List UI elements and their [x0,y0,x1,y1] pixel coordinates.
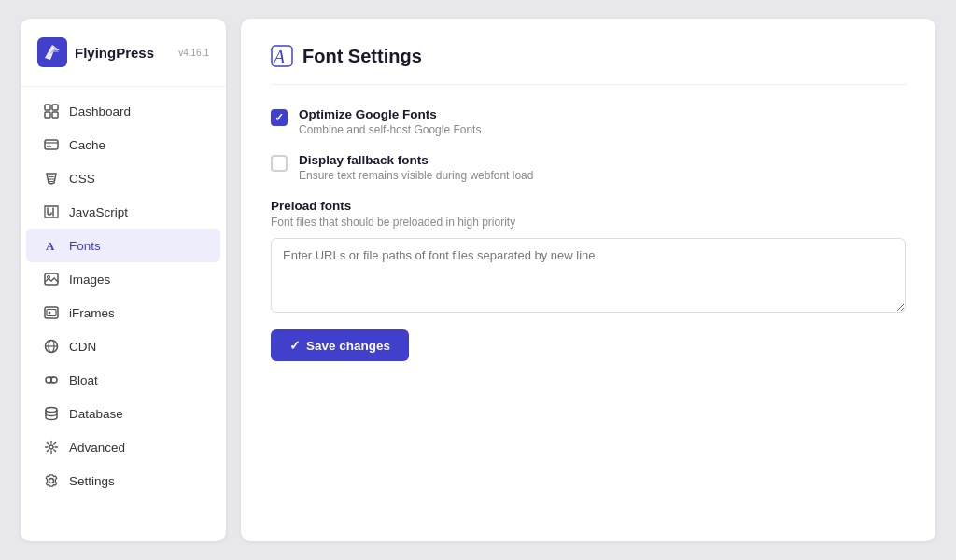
sidebar-item-dashboard[interactable]: Dashboard [26,94,220,128]
preload-fonts-label: Preload fonts [271,199,906,213]
page-title: Font Settings [302,46,422,67]
sidebar-item-iframes[interactable]: iFrames [26,296,220,329]
main-content: A Font Settings Optimize Google Fonts Co… [241,19,935,541]
advanced-icon [43,439,60,455]
bloat-icon [43,371,60,388]
option-text-display-fallback-fonts: Display fallback fonts Ensure text remai… [299,153,533,182]
cdn-icon [43,338,60,355]
svg-rect-13 [47,310,56,316]
checkbox-display-fallback-fonts[interactable] [271,155,288,172]
sidebar-item-label-iframes: iFrames [69,306,115,320]
sidebar-item-label-database: Database [69,407,123,421]
sidebar-item-label-settings: Settings [69,474,115,488]
sidebar: FlyingPress v4.16.1 Dashboard Cache CSS [21,19,226,541]
sidebar-item-images[interactable]: Images [26,262,220,296]
logo-text: FlyingPress [75,45,154,61]
javascript-icon [43,203,60,220]
sidebar-item-label-advanced: Advanced [69,441,125,455]
display-fallback-fonts-desc: Ensure text remains visible during webfo… [299,169,533,182]
sidebar-item-label-images: Images [69,273,110,287]
svg-point-19 [46,377,51,383]
display-fallback-fonts-label: Display fallback fonts [299,153,533,167]
checkbox-optimize-google-fonts-box[interactable] [271,109,288,126]
sidebar-item-label-dashboard: Dashboard [69,105,131,119]
font-settings-icon: A [271,45,293,67]
database-icon [43,405,60,422]
settings-icon [43,472,60,489]
svg-point-7 [47,146,49,147]
sidebar-item-javascript[interactable]: JavaScript [26,195,220,229]
sidebar-item-cache[interactable]: Cache [26,128,220,161]
svg-text:A: A [272,47,286,67]
css-icon [43,170,60,187]
optimize-google-fonts-label: Optimize Google Fonts [299,107,481,121]
flyingpress-logo-icon [37,37,67,67]
sidebar-item-label-bloat: Bloat [69,373,98,387]
checkbox-optimize-google-fonts[interactable] [271,109,288,126]
svg-text:A: A [46,239,55,253]
cache-icon [43,136,60,153]
sidebar-item-advanced[interactable]: Advanced [26,430,220,464]
svg-rect-5 [45,140,58,149]
option-optimize-google-fonts: Optimize Google Fonts Combine and self-h… [271,107,906,136]
sidebar-item-label-css: CSS [69,172,95,186]
sidebar-item-bloat[interactable]: Bloat [26,363,220,397]
images-icon [43,271,60,287]
preload-fonts-textarea[interactable] [271,238,906,313]
svg-rect-4 [52,112,58,118]
svg-rect-2 [52,105,58,110]
svg-point-23 [46,408,57,413]
sidebar-logo: FlyingPress v4.16.1 [21,37,226,87]
sidebar-item-label-javascript: JavaScript [69,205,128,219]
svg-point-20 [51,377,57,383]
fonts-icon: A [43,237,60,254]
preload-fonts-desc: Font files that should be preloaded in h… [271,216,906,229]
svg-point-25 [49,479,54,483]
app-container: FlyingPress v4.16.1 Dashboard Cache CSS [21,19,935,541]
sidebar-item-settings[interactable]: Settings [26,464,220,497]
preload-fonts-section: Preload fonts Font files that should be … [271,199,906,316]
save-changes-label: Save changes [306,339,390,353]
option-text-optimize-google-fonts: Optimize Google Fonts Combine and self-h… [299,107,481,136]
sidebar-item-database[interactable]: Database [26,397,220,430]
svg-point-24 [49,445,53,449]
svg-rect-3 [45,112,50,118]
svg-rect-1 [45,105,50,110]
page-header: A Font Settings [271,45,906,85]
optimize-google-fonts-desc: Combine and self-host Google Fonts [299,123,481,136]
iframes-icon [43,304,60,321]
logo-version: v4.16.1 [178,48,209,58]
svg-point-8 [49,146,51,147]
save-checkmark-icon: ✓ [289,338,301,353]
sidebar-item-label-fonts: Fonts [69,239,101,253]
sidebar-item-label-cache: Cache [69,138,105,152]
sidebar-item-cdn[interactable]: CDN [26,329,220,363]
dashboard-icon [43,103,60,119]
option-display-fallback-fonts: Display fallback fonts Ensure text remai… [271,153,906,182]
save-changes-button[interactable]: ✓ Save changes [271,329,409,361]
sidebar-item-label-cdn: CDN [69,340,96,354]
sidebar-item-fonts[interactable]: A Fonts [26,229,220,262]
sidebar-item-css[interactable]: CSS [26,161,220,195]
checkbox-display-fallback-fonts-box[interactable] [271,155,288,172]
